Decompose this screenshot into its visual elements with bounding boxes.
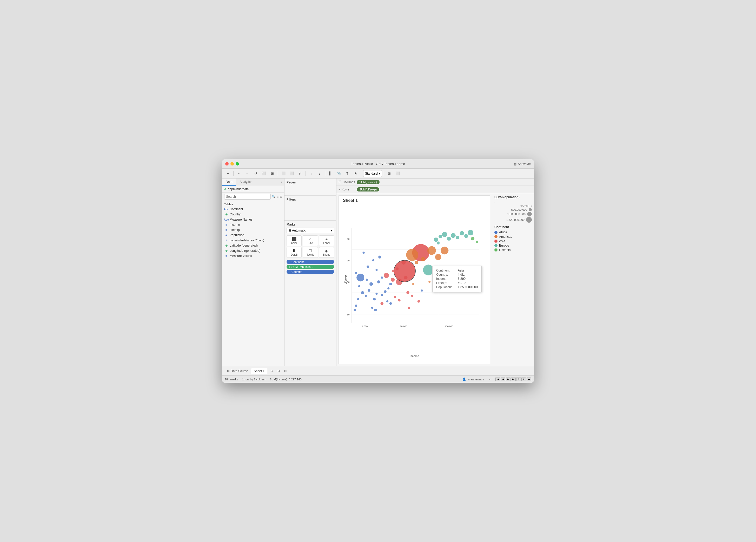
legend-size-item-1: 95.200 [494,204,532,208]
tooltip-income-label: Income: [436,277,456,281]
datasource-item[interactable]: ⊕ gapminderdata [222,186,284,193]
nav-first-button[interactable]: |◀ [495,378,500,381]
field-country[interactable]: ⊕ Country [222,212,284,217]
svg-point-21 [373,298,376,300]
marks-section: Marks ⊞ Automatic ▾ ⬛ Color ○ Size [284,221,336,366]
tab-analytics[interactable]: Analytics [236,179,256,186]
legend-color-section: Continent Africa Americas Asia [494,225,532,252]
nav-last-button[interactable]: ▶| [511,378,516,381]
legend-oceania[interactable]: Oceania [494,248,532,252]
field-icon-hash1: # [224,223,228,227]
sort-desc-button[interactable]: ↓ [316,170,323,177]
sort-asc-button[interactable]: ↑ [308,170,315,177]
search-icon[interactable]: 🔍 [272,195,276,199]
view-film-button[interactable]: ▬ [527,378,531,381]
field-longitude[interactable]: ⊕ Longitude (generated) [222,248,284,253]
svg-point-80 [428,281,430,283]
field-icon-hash2: # [224,228,228,232]
search-input[interactable] [224,194,271,200]
sheet-list-button[interactable]: ⊠ [282,368,288,374]
legend-americas[interactable]: Americas [494,235,532,239]
close-button[interactable] [225,162,229,166]
view-grid-button[interactable]: ⊞ [516,378,521,381]
marks-pill-continent[interactable]: ⠿ Continent [287,260,334,264]
user-dropdown-button[interactable]: ▾ [486,376,493,383]
legend-dot-indicator: • [494,201,532,203]
marks-detail-button[interactable]: ⠿ Detail [287,247,302,258]
forward-button[interactable]: → [244,170,251,177]
publish-button[interactable]: ⊞ [269,170,276,177]
datasource-label: gapminderdata [228,187,249,191]
pin-button[interactable]: ★ [352,170,359,177]
field-measure-names[interactable]: Abc Measure Names [222,217,284,222]
field-population[interactable]: # Population [222,233,284,238]
grid-view-icon[interactable]: ⊞ [280,195,282,199]
columns-label: ⦿ Columns [339,180,357,184]
refresh-button[interactable]: ↺ [252,170,259,177]
tooltip-country-row: Country: India [436,273,478,276]
chart-area: Sheet 1 Lifeexp Income [336,193,534,366]
tableau-logo[interactable]: ✦ [224,170,231,177]
legend-asia[interactable]: Asia [494,239,532,243]
show-me-button[interactable]: ▦ Show Me [514,162,531,166]
device-button[interactable]: ⬜ [394,170,401,177]
view-list-button[interactable]: ≡ [521,378,526,381]
field-lifeexp[interactable]: # Lifeexp [222,227,284,233]
filters-section: Filters [284,196,336,221]
svg-point-25 [384,290,387,293]
annotation-button[interactable]: 📎 [335,170,343,177]
legend-africa[interactable]: Africa [494,230,532,234]
svg-text:100.000: 100.000 [445,325,453,328]
sheet-add-button[interactable]: ⊞ [269,368,275,374]
tab-data[interactable]: Data [222,179,236,186]
pill-dots-icon: ⠿ [289,261,290,263]
field-icon-hash4: # [224,238,228,242]
maximize-button[interactable] [236,162,239,166]
field-csv-count[interactable]: # gapminderdata.csv (Count) [222,238,284,243]
standard-dropdown[interactable]: Standard ▾ [363,170,382,177]
field-continent[interactable]: Abc Continent [222,207,284,212]
legend-circle-4 [526,217,532,223]
text-button[interactable]: T [344,170,351,177]
marks-tooltip-button[interactable]: ☐ Tooltip [303,247,318,258]
marks-type-dropdown[interactable]: ⊞ Automatic ▾ [287,228,334,233]
marks-label-button[interactable]: A Label [319,235,334,246]
minimize-button[interactable] [230,162,234,166]
field-income[interactable]: # Income [222,222,284,227]
marks-pill-country[interactable]: ⠿ Country [287,270,334,274]
redo-button[interactable]: ⬜ [288,170,295,177]
columns-pill[interactable]: SUM(Income) [357,180,380,184]
svg-text:60: 60 [347,281,349,283]
legend-size-title: SUM(Population) [494,195,532,199]
color-picker-button[interactable]: ▍ [327,170,334,177]
left-panel: Data Analytics › ⊕ gapminderdata 🔍 ≡ ⊞ T… [222,179,284,366]
legend-europe[interactable]: Europe [494,244,532,247]
back-button[interactable]: ← [235,170,243,177]
save-button[interactable]: ⬜ [260,170,268,177]
undo-button[interactable]: ⬜ [280,170,287,177]
middle-panel: Pages Filters Marks ⊞ Automatic ▾ ⬛ [284,179,336,366]
tab-sheet1[interactable]: Sheet 1 [251,368,267,374]
nav-next-button[interactable]: ▶ [506,378,510,381]
sheet-grid-button[interactable]: ⊟ [276,368,281,374]
swap-button[interactable]: ⇄ [296,170,304,177]
marks-pill-population[interactable]: ○ SUM(Populatio... [287,265,334,269]
marks-shape-button[interactable]: ◆ Shape [319,247,334,258]
field-latitude[interactable]: ⊕ Latitude (generated) [222,243,284,248]
field-measure-values[interactable]: # Measure Values [222,253,284,259]
svg-point-47 [394,260,415,282]
marks-grid-icon: ⊞ [288,229,291,232]
rows-pill[interactable]: SUM(Lifeexp) [357,187,379,191]
svg-point-66 [471,237,474,240]
filter-icon[interactable]: ≡ [277,195,278,199]
marks-size-button[interactable]: ○ Size [303,235,318,246]
application-window: Tableau Public - GoG Tableau demo ▦ Show… [222,159,534,383]
nav-prev-button[interactable]: ◀ [501,378,505,381]
tooltip-country-label: Country: [436,273,456,276]
tooltip-population-value: 1.350.000.000 [458,285,478,289]
status-right: 👤 maartenzam ▾ |◀ ◀ ▶ ▶| ⊞ ≡ ▬ [462,376,531,383]
tab-datasource[interactable]: ⊞ Data Source [224,368,251,374]
marks-color-button[interactable]: ⬛ Color [287,235,302,246]
view-button[interactable]: ⊞ [386,170,393,177]
panel-collapse-button[interactable]: › [279,179,284,186]
